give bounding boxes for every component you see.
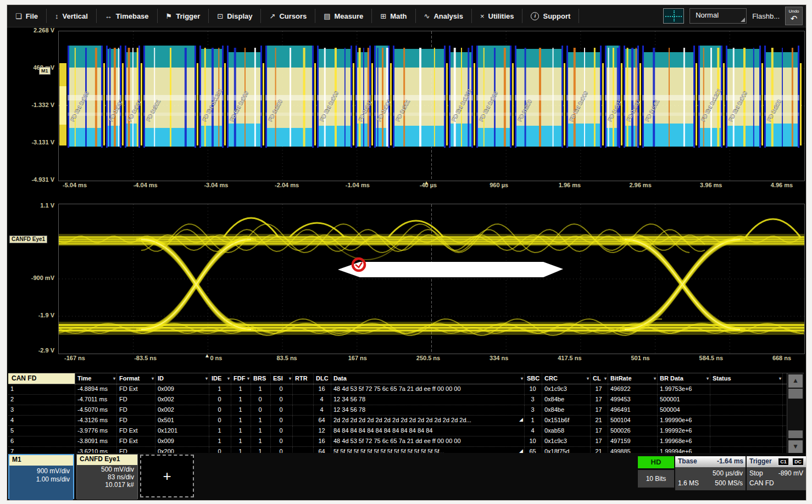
eye-trigger-marker-icon[interactable]: ▲ (204, 352, 210, 359)
column-header-ide[interactable]: IDE▾ (209, 373, 231, 384)
column-filter-arrow-icon[interactable]: ▾ (604, 375, 607, 384)
column-filter-arrow-icon[interactable]: ▾ (779, 375, 781, 384)
cell-dlc: 4 (314, 395, 331, 405)
menu-item-measure[interactable]: ▤Measure (315, 9, 372, 23)
trigger-time-marker-icon[interactable]: ▲ (424, 180, 429, 186)
column-header-cl[interactable]: CL▾ (591, 373, 608, 384)
cell-format: FD (117, 405, 155, 415)
m1-descriptor-box[interactable]: M1 900 mV/div 1.00 ms/div (8, 454, 74, 499)
menu-item-timebase[interactable]: ↔Timebase (97, 9, 158, 23)
x-axis-tick-label: 334 ns (490, 355, 508, 361)
table-row[interactable]: 2-4.7011 msFD0x0020100412 34 56 7830x84b… (8, 395, 804, 405)
y-axis-tick-label: -3.131 V (31, 139, 54, 145)
cell-fdf: 1 (231, 426, 251, 436)
column-header-fdf[interactable]: FDF▾ (231, 373, 251, 384)
menu-item-utilities[interactable]: ×Utilities (472, 9, 523, 23)
display-mode-dropdown[interactable]: Normal (689, 8, 747, 24)
y-axis-tick-label: 2.268 V (34, 27, 54, 33)
column-header-status[interactable]: Status▾ (710, 373, 783, 384)
cell-brs: 1 (251, 384, 271, 394)
math-icon: ⊞ (380, 13, 386, 20)
undo-button[interactable]: Undo ↶ (785, 7, 803, 25)
eye-plot[interactable] (58, 204, 805, 354)
column-header-crc[interactable]: CRC▾ (542, 373, 591, 384)
table-row[interactable]: 5-3.9776 msFD Ext0x120111101284 84 84 84… (8, 426, 804, 436)
menu-item-math[interactable]: ⊞Math (372, 9, 415, 23)
cell-status (710, 416, 783, 425)
eye-descriptor-box[interactable]: CANFD Eye1 500 mV/div 83 ns/div 10.017 k… (76, 454, 138, 499)
m1-level-marker[interactable]: M1 (39, 67, 51, 75)
cell-status (710, 426, 783, 436)
column-filter-arrow-icon[interactable]: ▾ (113, 375, 115, 384)
column-header-format[interactable]: Format▾ (117, 373, 155, 384)
scrollbar-thumb-lower[interactable] (788, 430, 803, 438)
add-trace-button[interactable]: + (140, 455, 194, 497)
column-header-data[interactable]: Data▾ (331, 373, 525, 384)
cell-data: 12 34 56 78 (331, 405, 525, 415)
trigger-mode: Stop (749, 468, 763, 478)
menu-item-analysis[interactable]: ∿Analysis (416, 9, 472, 23)
scrollbar-track[interactable] (787, 400, 804, 430)
vertical-arrows-icon: ↕ (55, 13, 59, 20)
scrollbar-thumb[interactable] (788, 389, 803, 399)
menu-item-trigger[interactable]: ⚑Trigger (158, 9, 209, 23)
row-number: 5 (8, 426, 75, 436)
cell-fdf: 1 (231, 384, 251, 394)
eye-channel-label[interactable]: CANFD Eye1 (9, 236, 47, 243)
table-row[interactable]: 4-4.3126 msFD0x5010110642d 2d 2d 2d 2d 2… (8, 416, 804, 426)
scroll-down-icon[interactable]: ▼ (788, 440, 803, 453)
column-filter-arrow-icon[interactable]: ▾ (289, 375, 291, 384)
cell-crc: 0x151b6f (542, 416, 591, 425)
timebase-box[interactable]: Tbase -1.64 ms 500 µs/div 1.6 MS 500 MS/… (675, 456, 746, 490)
cell-ide: 1 (209, 436, 231, 446)
table-row[interactable]: 6-3.8091 msFD Ext0x00911101648 4d 53 5f … (8, 436, 804, 447)
scroll-up-icon[interactable]: ▲ (788, 374, 803, 388)
expand-row-icon[interactable]: ◢ (519, 417, 523, 422)
graticule-icon[interactable] (663, 8, 684, 24)
x-axis-tick-label: -5.04 ms (63, 182, 87, 188)
menu-item-support[interactable]: iSupport (522, 9, 579, 23)
cell-cl: 17 (591, 384, 608, 394)
cell-sbc: 10 (525, 436, 542, 446)
menu-item-label: Display (227, 12, 252, 20)
cell-id: 0x002 (155, 395, 209, 405)
column-filter-arrow-icon[interactable]: ▾ (521, 375, 523, 384)
cell-data: 48 4d 53 5f 72 75 6c 65 7a 21 dd ee ff 0… (331, 384, 525, 394)
acquisition-plot[interactable]: FD Ext 0x009FD 0x002FD 0x002FD 0x501FD E… (58, 31, 805, 181)
column-header-br-data[interactable]: BR Data▾ (658, 373, 710, 384)
table-scrollbar[interactable]: ▲ ▼ (787, 373, 804, 455)
menu-item-cursors[interactable]: ↗Cursors (261, 9, 315, 23)
column-filter-arrow-icon[interactable]: ▾ (227, 375, 230, 384)
column-filter-arrow-icon[interactable]: ▾ (707, 375, 709, 384)
menu-item-vertical[interactable]: ↕Vertical (47, 9, 97, 23)
cell-crc: 0xab58 (542, 426, 591, 436)
table-row[interactable]: 1-4.8894 msFD Ext0x00911101648 4d 53 5f … (8, 384, 804, 395)
cell-sbc: 4 (525, 426, 542, 436)
table-row[interactable]: 3-4.5070 msFD0x0020100412 34 56 7830x84b… (8, 405, 804, 416)
cell-br_data: 1.99990e+6 (658, 416, 710, 425)
y-axis-tick-label: -900 mV (31, 275, 54, 281)
menu-item-display[interactable]: ⊡Display (209, 9, 261, 23)
cell-bitrate: 496491 (608, 405, 658, 415)
menu-item-file[interactable]: ❏File (7, 9, 47, 23)
column-filter-arrow-icon[interactable]: ▾ (205, 375, 208, 384)
cell-sbc: 3 (525, 395, 542, 405)
table-tab-can-fd[interactable]: CAN FD (8, 373, 75, 384)
tbase-samplerate: 500 MS/s (715, 478, 743, 488)
column-filter-arrow-icon[interactable]: ▾ (587, 375, 589, 384)
column-filter-arrow-icon[interactable]: ▾ (654, 375, 656, 384)
column-filter-arrow-icon[interactable]: ▾ (247, 375, 249, 384)
column-header-dlc[interactable]: DLC (314, 373, 331, 384)
column-header-rtr[interactable]: RTR (293, 373, 314, 384)
column-header-brs[interactable]: BRS (251, 373, 271, 384)
cell-brs: 1 (251, 436, 271, 446)
column-header-bitrate[interactable]: BitRate▾ (608, 373, 658, 384)
column-header-id[interactable]: ID▾ (155, 373, 209, 384)
column-header-esi[interactable]: ESI▾ (271, 373, 293, 384)
menu-item-label: Cursors (279, 12, 307, 20)
column-header-sbc[interactable]: SBC (525, 373, 542, 384)
cell-id: 0x501 (155, 416, 209, 425)
column-header-time[interactable]: Time▾ (75, 373, 117, 384)
column-filter-arrow-icon[interactable]: ▾ (152, 375, 154, 384)
trigger-box[interactable]: Trigger C1 DC Stop -890 mV CAN FD (747, 456, 806, 490)
